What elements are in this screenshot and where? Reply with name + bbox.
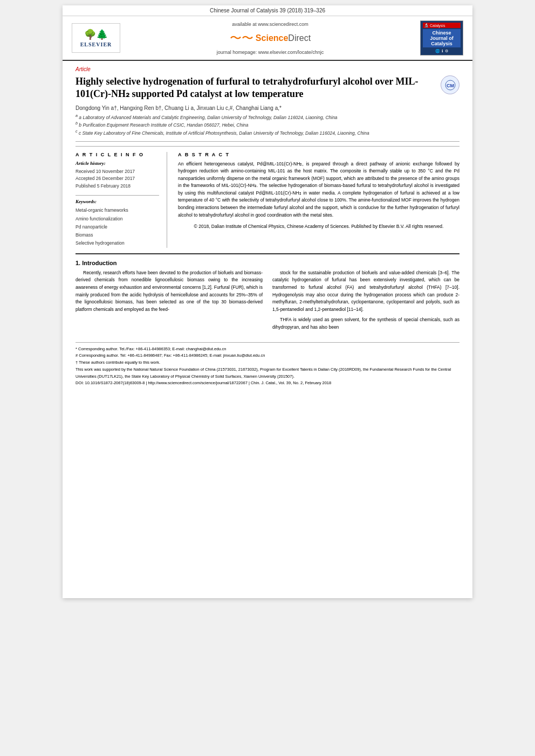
catalysis-icon: 🔬 — [424, 23, 429, 27]
accepted-date: Accepted 26 December 2017 — [76, 175, 159, 183]
globe-icon: 🌐 — [435, 49, 440, 53]
tree-icon: 🌳🌲 — [84, 29, 108, 40]
abstract-text: An efficient heterogeneous catalyst, Pd@… — [178, 161, 459, 219]
catalysis-logo-text: Chinese Journal of Catalysis — [423, 29, 461, 47]
introduction-col1: Recently, research efforts have been dev… — [76, 269, 263, 335]
footnote-3: † These authors contribute equally to th… — [76, 359, 459, 366]
journal-homepage-url: journal homepage: www.elsevier.com/locat… — [217, 50, 324, 55]
keyword-4: Biomass — [76, 231, 159, 239]
catalysis-icons: 🌐 ℹ ⚙ — [423, 49, 461, 53]
article-history: Article history: Received 10 November 20… — [76, 161, 159, 190]
copyright-notice: © 2018, Dalian Institute of Chemical Phy… — [178, 223, 459, 231]
affiliation-b: b b Purification Equipment Research Inst… — [76, 121, 459, 129]
abstract-heading: A B S T R A C T — [178, 152, 459, 157]
footnote-2: # Corresponding author. Tel: +86-411-849… — [76, 352, 459, 359]
page: Chinese Journal of Catalysis 39 (2018) 3… — [63, 5, 472, 598]
copyright-text: © 2018, Dalian Institute of Chemical Phy… — [194, 224, 444, 229]
article-info-column: A R T I C L E I N F O Article history: R… — [76, 152, 167, 248]
introduction-body: Recently, research efforts have been dev… — [76, 269, 459, 335]
introduction-text-col2: stock for the sustainable production of … — [272, 269, 459, 331]
published-date: Published 5 February 2018 — [76, 183, 159, 190]
footnotes: * Corresponding author. Tel./Fax: +86-41… — [76, 342, 459, 387]
journal-title: Chinese Journal of Catalysis 39 (2018) 3… — [210, 8, 325, 13]
catalysis-badge: 🔬 Catalysis Chinese Journal of Catalysis… — [420, 20, 463, 56]
catalysis-section: 🔬 Catalysis Chinese Journal of Catalysis… — [417, 20, 466, 56]
catalysis-badge-label: Catalysis — [430, 24, 445, 27]
header: 🌳🌲 ELSEVIER available at www.sciencedire… — [63, 16, 472, 61]
article-history-label: Article history: — [76, 161, 159, 166]
sciencedirect-section: available at www.sciencedirect.com 〜〜 Sc… — [128, 20, 412, 56]
sd-text: ScienceDirect — [256, 33, 311, 43]
elsevier-logo: 🌳🌲 ELSEVIER — [72, 23, 120, 53]
introduction-text-col1: Recently, research efforts have been dev… — [76, 269, 263, 314]
intro-para-1: Recently, research efforts have been dev… — [76, 269, 263, 314]
elsevier-section: 🌳🌲 ELSEVIER — [69, 20, 123, 56]
section-divider — [76, 253, 459, 254]
authors: Dongdong Yin a†, Hangxing Ren b†, Chuang… — [76, 105, 459, 111]
introduction-col2: stock for the sustainable production of … — [272, 269, 459, 335]
elsevier-text: ELSEVIER — [80, 41, 112, 47]
intro-para-2: stock for the sustainable production of … — [272, 269, 459, 314]
svg-text:CM: CM — [447, 83, 454, 88]
keyword-2: Amino functionalization — [76, 215, 159, 223]
available-at-url: available at www.sciencedirect.com — [232, 22, 308, 27]
article-info-heading: A R T I C L E I N F O — [76, 152, 159, 157]
keyword-1: Metal-organic frameworks — [76, 206, 159, 214]
doi-line: DOI: 10.1016/S1872-2067(18)63009-8 | htt… — [76, 380, 459, 387]
affiliation-c: c c State Key Laboratory of Fine Chemica… — [76, 129, 459, 137]
article-title: Highly selective hydrogenation of furfur… — [76, 75, 459, 101]
info-abstract-section: A R T I C L E I N F O Article history: R… — [76, 146, 459, 248]
article-content: Article Highly selective hydrogenation o… — [63, 61, 472, 392]
keywords-section: Keywords: Metal-organic frameworks Amino… — [76, 195, 159, 247]
article-title-text: Highly selective hydrogenation of furfur… — [76, 76, 418, 99]
footnote-4: This work was supported by the National … — [76, 366, 459, 380]
keyword-5: Selective hydrogenation — [76, 239, 159, 247]
keywords-list: Metal-organic frameworks Amino functiona… — [76, 206, 159, 247]
article-type-label: Article — [76, 66, 459, 72]
info-icon: ℹ — [442, 49, 443, 53]
keywords-label: Keywords: — [76, 199, 159, 204]
catalysis-badge-header: 🔬 Catalysis — [423, 23, 461, 28]
sd-symbol-icon: 〜〜 — [230, 30, 253, 46]
keyword-3: Pd nanoparticle — [76, 223, 159, 231]
crossmark-icon: CM — [441, 75, 459, 94]
sciencedirect-logo: 〜〜 ScienceDirect — [230, 30, 311, 46]
introduction-heading: 1. Introduction — [76, 260, 459, 266]
affiliations: a a Laboratory of Advanced Materials and… — [76, 113, 459, 142]
affiliation-a: a a Laboratory of Advanced Materials and… — [76, 113, 459, 121]
abstract-column: A B S T R A C T An efficient heterogeneo… — [178, 152, 459, 248]
journal-bar: Chinese Journal of Catalysis 39 (2018) 3… — [63, 5, 472, 16]
intro-para-3: THFA is widely used as green solvent, fo… — [272, 316, 459, 331]
received-date: Received 10 November 2017 — [76, 168, 159, 176]
settings-icon: ⚙ — [445, 49, 448, 53]
footnote-1: * Corresponding author. Tel./Fax: +86-41… — [76, 346, 459, 353]
